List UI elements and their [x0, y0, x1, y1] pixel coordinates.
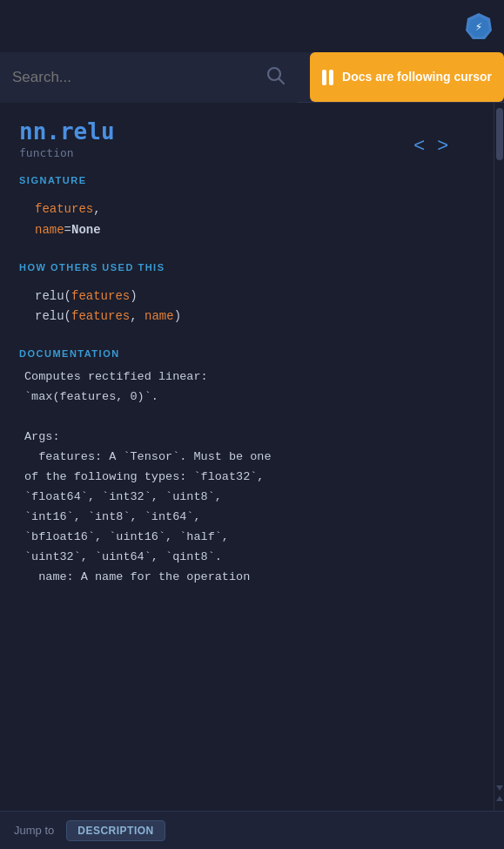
svg-marker-6	[496, 796, 503, 801]
doc-line-feat5: `bfloat16`, `uint16`, `half`,	[24, 528, 474, 548]
prev-button[interactable]: <	[410, 134, 428, 157]
function-type: function	[19, 146, 474, 159]
jump-to-description-button[interactable]: DESCRIPTION	[66, 820, 165, 841]
section-documentation-header: DOCUMENTATION	[19, 348, 474, 359]
svg-line-4	[279, 78, 285, 84]
search-icon	[266, 66, 286, 90]
doc-line-feat1: features: A `Tensor`. Must be one	[24, 448, 474, 468]
doc-line-1: Computes rectified linear:	[24, 367, 474, 387]
usage-example-2: relu(features, name)	[35, 307, 474, 327]
signature-code: features, name=None	[19, 194, 474, 246]
search-input[interactable]	[12, 69, 266, 86]
search-input-wrapper	[12, 69, 266, 86]
param-features: features	[35, 202, 93, 216]
doc-line-name: name: A name for the operation	[24, 568, 474, 588]
bottom-bar: Jump to DESCRIPTION	[0, 811, 504, 849]
section-how-used-header: HOW OTHERS USED THIS	[19, 262, 474, 273]
svg-text:⚡: ⚡	[475, 19, 482, 33]
doc-line-2: `max(features, 0)`.	[24, 387, 474, 408]
signature-line-2: name=None	[35, 220, 474, 241]
scrollbar-thumb[interactable]	[496, 108, 503, 160]
nav-arrows: < >	[410, 134, 452, 157]
scroll-arrow-down[interactable]	[496, 785, 503, 792]
function-name: nn.relu	[19, 118, 474, 145]
doc-line-blank	[24, 408, 474, 428]
doc-line-feat2: of the following types: `float32`,	[24, 468, 474, 488]
scrollbar[interactable]	[494, 103, 504, 811]
search-bar	[0, 52, 298, 103]
doc-line-args: Args:	[24, 428, 474, 448]
usage-example-1: relu(features)	[35, 286, 474, 307]
doc-area[interactable]: nn.relu function < > SIGNATURE features,…	[0, 103, 494, 811]
docs-following-label: Docs are following cursor	[342, 69, 492, 84]
documentation-text: Computes rectified linear: `max(features…	[19, 367, 474, 587]
param-name-key: name	[35, 223, 64, 237]
main-content: nn.relu function < > SIGNATURE features,…	[0, 103, 504, 811]
param-name-val: None	[71, 223, 101, 237]
logo-icon: ⚡	[464, 11, 494, 41]
section-signature-header: SIGNATURE	[19, 175, 474, 185]
jump-to-label: Jump to	[14, 824, 54, 837]
doc-line-feat4: `int16`, `int8`, `int64`,	[24, 508, 474, 528]
top-bar: ⚡	[0, 0, 504, 52]
svg-marker-5	[496, 785, 503, 791]
scroll-arrow-up[interactable]	[496, 795, 503, 802]
usage-examples: relu(features) relu(features, name)	[19, 281, 474, 334]
header-section: nn.relu function < >	[19, 118, 474, 159]
signature-line-1: features,	[35, 199, 474, 220]
pause-icon	[322, 70, 333, 85]
doc-line-feat3: `float64`, `int32`, `uint8`,	[24, 488, 474, 508]
doc-line-feat6: `uint32`, `uint64`, `qint8`.	[24, 548, 474, 568]
next-button[interactable]: >	[433, 134, 452, 157]
docs-following-badge[interactable]: Docs are following cursor	[310, 52, 504, 102]
